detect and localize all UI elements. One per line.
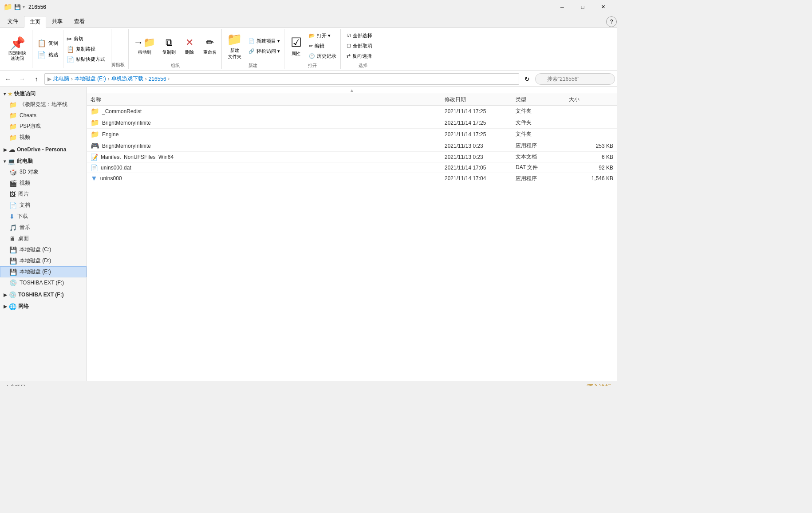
deselect-all-button[interactable]: ☐ 全部取消 <box>344 41 382 51</box>
folder-icon-fh5: 📁 <box>9 101 17 108</box>
table-row[interactable]: 📝 Manifest_NonUFSFiles_Win64 2021/11/13 … <box>87 152 617 162</box>
tab-share[interactable]: 共享 <box>46 16 68 27</box>
search-input[interactable] <box>535 73 615 85</box>
header-name[interactable]: 名称 <box>91 96 445 103</box>
easy-access-label: 轻松访问 ▾ <box>256 48 280 55</box>
maximize-button[interactable]: □ <box>572 0 593 14</box>
header-size[interactable]: 大小 <box>569 96 613 103</box>
close-button[interactable]: ✕ <box>593 0 613 14</box>
breadcrumb-dropdown-arrow[interactable]: › <box>168 76 169 81</box>
table-row[interactable]: ▼ unins000 2021/11/14 17:04 应用程序 1,546 K… <box>87 173 617 184</box>
select-all-button[interactable]: ☑ 全部选择 <box>344 31 382 40</box>
table-row[interactable]: 📄 unins000.dat 2021/11/14 17:05 DAT 文件 9… <box>87 162 617 173</box>
properties-button[interactable]: ☑ 属性 <box>286 33 306 59</box>
label-music: 音乐 <box>20 224 30 231</box>
header-type[interactable]: 类型 <box>516 96 569 103</box>
sidebar-item-psp[interactable]: 📁 PSP游戏 <box>0 121 87 132</box>
history-icon: 🕐 <box>309 53 315 59</box>
table-row[interactable]: 📁 BrightMemoryInfinite 2021/11/14 17:25 … <box>87 117 617 129</box>
file-name-cell: 📄 unins000.dat <box>91 164 445 171</box>
folder-icon-psp: 📁 <box>9 123 17 130</box>
tab-home[interactable]: 主页 <box>24 16 46 28</box>
copy-button[interactable]: 📋 复制 <box>35 38 60 49</box>
new-item-button[interactable]: 📄 新建项目 ▾ <box>246 36 282 46</box>
network-section: ▶ 🌐 网络 <box>0 301 87 312</box>
sidebar-item-docs[interactable]: 📄 文档 <box>0 200 87 211</box>
sidebar-item-drive-c[interactable]: 💾 本地磁盘 (C:) <box>0 244 87 255</box>
table-row[interactable]: 🎮 BrightMemoryInfinite 2021/11/13 0:23 应… <box>87 140 617 152</box>
onedrive-icon: ☁ <box>9 146 15 153</box>
history-label: 历史记录 <box>317 53 336 59</box>
address-bar[interactable]: ▶ 此电脑 › 本地磁盘 (E:) › 单机游戏下载 › 216556 › <box>44 73 519 85</box>
copy-path-label: 复制路径 <box>76 46 95 52</box>
uninst-icon: ▼ <box>91 174 98 182</box>
select-group-label: 选择 <box>343 63 383 69</box>
this-pc-section: ▾ 💻 此电脑 🎲 3D 对象 🎬 视频 🖼 图片 📄 文档 ⬇ <box>0 156 87 288</box>
watermark: 酒入论坛 <box>587 383 611 387</box>
breadcrumb-games[interactable]: 单机游戏下载 <box>111 75 143 83</box>
breadcrumb-this-pc[interactable]: 此电脑 <box>53 75 69 83</box>
sidebar-item-fh5[interactable]: 📁 《极限竞速：地平线 <box>0 99 87 110</box>
quick-access-header[interactable]: ▾ ★ 快速访问 <box>0 89 87 99</box>
invert-selection-label: 反向选择 <box>352 53 372 59</box>
file-name-label: BrightMemoryInfinite <box>102 143 151 149</box>
edit-button[interactable]: ✏ 编辑 <box>307 41 339 51</box>
sidebar-item-music[interactable]: 🎵 音乐 <box>0 222 87 233</box>
icon-drive-c: 💾 <box>9 246 17 253</box>
pin-button[interactable]: 📌 固定到快速访问 <box>5 36 29 63</box>
new-folder-icon: 📁 <box>227 32 242 47</box>
breadcrumb-216556[interactable]: 216556 <box>149 76 166 82</box>
breadcrumb-sep-1: › <box>71 76 73 82</box>
header-date[interactable]: 修改日期 <box>445 96 516 103</box>
table-row[interactable]: 📁 Engine 2021/11/14 17:25 文件夹 <box>87 129 617 140</box>
minimize-button[interactable]: ─ <box>552 0 572 14</box>
new-folder-button[interactable]: 📁 新建文件夹 <box>224 30 245 62</box>
sidebar-item-video-quick[interactable]: 📁 视频 <box>0 132 87 143</box>
open-button[interactable]: 📂 打开 ▾ <box>307 31 339 40</box>
up-button[interactable]: ↑ <box>30 73 43 85</box>
ribbon-tabs: 文件 主页 共享 查看 ? <box>0 14 617 28</box>
toshiba-header[interactable]: ▶ 💿 TOSHIBA EXT (F:) <box>0 290 87 300</box>
sidebar-item-3d[interactable]: 🎲 3D 对象 <box>0 166 87 178</box>
status-bar: 7 个项目 酒入论坛 <box>0 381 617 386</box>
paste-button[interactable]: 📄 粘贴 <box>35 49 60 60</box>
this-pc-header[interactable]: ▾ 💻 此电脑 <box>0 156 87 166</box>
sidebar-item-cheats[interactable]: 📁 Cheats <box>0 110 87 121</box>
forward-button[interactable]: → <box>16 73 28 85</box>
back-button[interactable]: ← <box>2 73 14 85</box>
sidebar-item-videos[interactable]: 🎬 视频 <box>0 178 87 189</box>
sidebar-item-downloads[interactable]: ⬇ 下载 <box>0 211 87 222</box>
network-header[interactable]: ▶ 🌐 网络 <box>0 301 87 312</box>
sidebar-item-drive-e[interactable]: 💾 本地磁盘 (E:) <box>0 266 87 277</box>
refresh-button[interactable]: ↻ <box>521 73 533 85</box>
table-row[interactable]: 📁 _CommonRedist 2021/11/14 17:25 文件夹 <box>87 106 617 117</box>
quick-access-section: ▾ ★ 快速访问 📁 《极限竞速：地平线 📁 Cheats 📁 PSP游戏 📁 … <box>0 89 87 143</box>
tab-file[interactable]: 文件 <box>2 16 24 27</box>
delete-button[interactable]: ✕ 删除 <box>180 35 199 57</box>
help-button[interactable]: ? <box>606 16 617 27</box>
history-button[interactable]: 🕐 历史记录 <box>307 51 339 61</box>
tab-view[interactable]: 查看 <box>68 16 91 27</box>
rename-button[interactable]: ✏ 重命名 <box>200 35 220 57</box>
sidebar-item-desktop[interactable]: 🖥 桌面 <box>0 233 87 244</box>
sidebar-item-pictures[interactable]: 🖼 图片 <box>0 189 87 200</box>
invert-selection-button[interactable]: ⇄ 反向选择 <box>344 51 382 61</box>
quick-access-label: 快速访问 <box>14 90 35 98</box>
file-date: 2021/11/13 0:23 <box>445 154 516 160</box>
sidebar-item-drive-d[interactable]: 💾 本地磁盘 (D:) <box>0 255 87 266</box>
cut-button[interactable]: ✂ 剪切 <box>64 34 107 44</box>
paste-shortcut-button[interactable]: 📄 粘贴快捷方式 <box>64 55 107 64</box>
copy-to-button[interactable]: ⧉ 复制到 <box>159 35 179 57</box>
copy-to-icon: ⧉ <box>166 37 173 48</box>
folder-icon-common: 📁 <box>91 107 99 115</box>
icon-drive-d: 💾 <box>9 257 17 264</box>
toshiba-section: ▶ 💿 TOSHIBA EXT (F:) <box>0 290 87 300</box>
easy-access-button[interactable]: 🔗 轻松访问 ▾ <box>246 47 282 56</box>
new-group-label: 新建 <box>224 63 282 69</box>
copy-path-button[interactable]: 📋 复制路径 <box>64 44 107 54</box>
delete-label: 删除 <box>185 49 194 55</box>
sidebar-item-toshiba[interactable]: 💿 TOSHIBA EXT (F:) <box>0 277 87 288</box>
onedrive-header[interactable]: ▶ ☁ OneDrive - Persona <box>0 145 87 154</box>
breadcrumb-drive-e[interactable]: 本地磁盘 (E:) <box>75 75 106 83</box>
move-to-button[interactable]: →📁 移动到 <box>130 35 158 57</box>
